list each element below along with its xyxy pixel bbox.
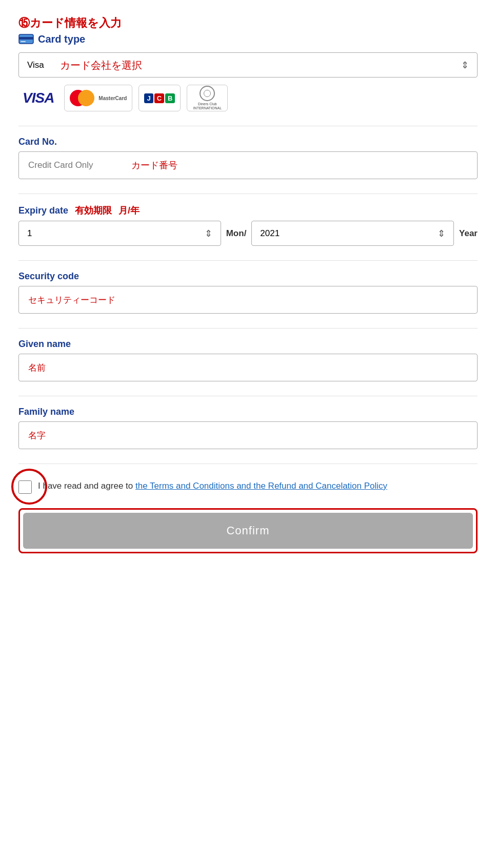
diners-logo: Diners ClubINTERNATIONAL: [193, 86, 222, 111]
family-name-section: Family name: [18, 407, 478, 449]
divider-6: [18, 464, 478, 464]
page-header: ⑮カード情報を入力 Card type: [18, 15, 478, 45]
card-type-select[interactable]: Visa MasterCard JCB Diners Club: [19, 53, 477, 77]
jcb-logo-box: JCB: [138, 85, 181, 111]
card-icon: [18, 33, 34, 45]
terms-text: I have read and agree to the Terms and C…: [38, 479, 387, 493]
confirm-wrapper: Confirm: [18, 508, 478, 553]
expiry-annotation-jp: 有効期限: [75, 205, 112, 216]
card-type-section: Visa MasterCard JCB Diners Club カード会社を選択…: [18, 52, 478, 111]
terms-row: I have read and agree to the Terms and C…: [18, 474, 478, 499]
divider-3: [18, 260, 478, 261]
header-title-en: Card type: [18, 33, 478, 45]
expiry-section: Expiry date 有効期限 月/年 1 2 3 4 5 6 7 8 9 1…: [18, 204, 478, 246]
diners-logo-box: Diners ClubINTERNATIONAL: [187, 85, 228, 111]
main-container: ⑮カード情報を入力 Card type Visa MasterCard JCB …: [0, 0, 496, 868]
jcb-logo: JCB: [144, 93, 175, 103]
card-no-input-wrapper: カード番号: [18, 151, 478, 179]
card-type-select-wrapper[interactable]: Visa MasterCard JCB Diners Club カード会社を選択…: [18, 52, 478, 78]
expiry-year-wrapper[interactable]: 2021 2022 2023 2024 2025 2026 2027 2028 …: [251, 221, 454, 246]
terms-link[interactable]: the Terms and Conditions and the Refund …: [135, 481, 387, 491]
card-no-label: Card No.: [18, 137, 478, 147]
header-title-en-text: Card type: [38, 33, 85, 45]
expiry-annotation-mon-year: 月/年: [118, 205, 140, 216]
card-no-input[interactable]: [18, 151, 478, 179]
family-name-label: Family name: [18, 407, 478, 417]
security-code-input[interactable]: [18, 286, 478, 314]
card-no-section: Card No. カード番号: [18, 137, 478, 179]
header-title-jp: ⑮カード情報を入力: [18, 15, 478, 31]
mastercard-text: MasterCard: [98, 95, 127, 101]
given-name-input[interactable]: [18, 354, 478, 381]
divider-2: [18, 194, 478, 194]
given-name-section: Given name: [18, 339, 478, 381]
security-code-section: Security code: [18, 271, 478, 314]
expiry-month-select[interactable]: 1 2 3 4 5 6 7 8 9 10 11 12: [19, 221, 221, 245]
confirm-button[interactable]: Confirm: [23, 513, 473, 549]
expiry-label: Expiry date 有効期限 月/年: [18, 204, 478, 217]
divider-5: [18, 396, 478, 396]
terms-checkbox[interactable]: [18, 480, 32, 494]
card-logos-row: VISA MasterCard JCB Diners ClubI: [18, 85, 478, 111]
given-name-label: Given name: [18, 339, 478, 350]
expiry-year-select[interactable]: 2021 2022 2023 2024 2025 2026 2027 2028 …: [252, 221, 453, 245]
expiry-month-wrapper[interactable]: 1 2 3 4 5 6 7 8 9 10 11 12 ⇕: [18, 221, 221, 246]
security-code-label: Security code: [18, 271, 478, 282]
visa-logo: VISA: [18, 88, 58, 108]
divider-4: [18, 328, 478, 329]
svg-rect-2: [21, 41, 26, 42]
svg-rect-1: [19, 37, 33, 40]
mastercard-logo-box: MasterCard: [64, 85, 132, 111]
expiry-row: 1 2 3 4 5 6 7 8 9 10 11 12 ⇕ Mon/: [18, 221, 478, 246]
family-name-input[interactable]: [18, 421, 478, 449]
terms-wrapper: I have read and agree to the Terms and C…: [18, 474, 478, 499]
expiry-separator: Mon/: [226, 228, 247, 239]
expiry-year-label: Year: [459, 228, 478, 239]
divider-1: [18, 126, 478, 126]
